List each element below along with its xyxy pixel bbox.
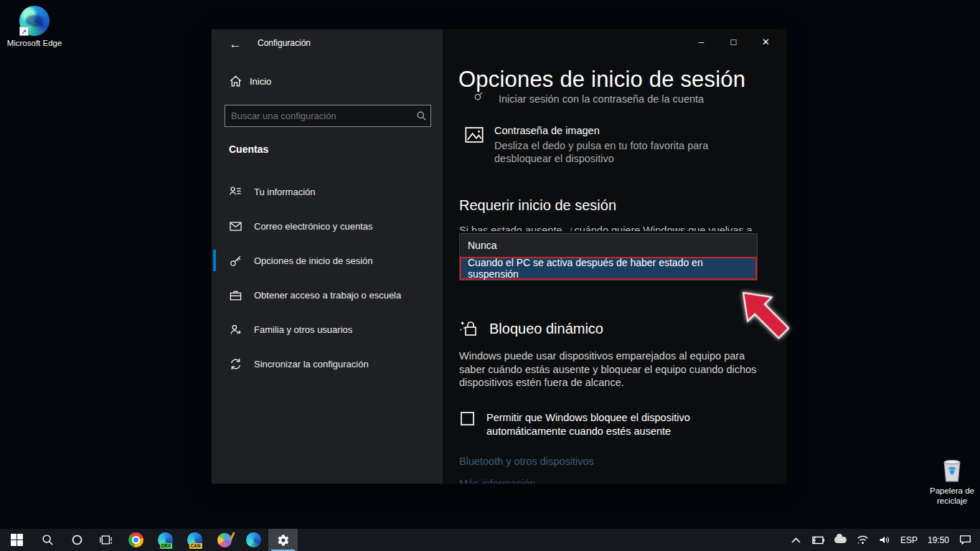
sidebar-item-label: Obtener acceso a trabajo o escuela (254, 290, 401, 301)
speaker-icon (879, 535, 890, 545)
taskbar-edge-canary[interactable]: CAN (180, 529, 209, 551)
sidebar-item-your-info[interactable]: Tu información (212, 176, 443, 207)
require-signin-heading: Requerir inicio de sesión (459, 197, 616, 214)
sidebar-item-work-school[interactable]: Obtener acceso a trabajo o escuela (212, 279, 443, 311)
page-title: Opciones de inicio de sesión (458, 67, 745, 93)
dynamic-lock-heading: Bloqueo dinámico (489, 321, 603, 337)
dropdown-option[interactable]: Nunca (460, 234, 757, 257)
password-option-row-clipped: Iniciar sesión con la contraseña de la c… (473, 93, 774, 105)
person-add-icon (229, 323, 242, 336)
mail-icon (229, 220, 242, 233)
onedrive-cloud-icon (834, 537, 847, 543)
tray-onedrive[interactable] (829, 529, 852, 551)
picture-password-desc: Desliza el dedo y pulsa en tu foto favor… (494, 139, 767, 165)
chrome-icon (128, 532, 143, 547)
tray-language[interactable]: ESP (900, 535, 918, 545)
settings-content: – □ ✕ Opciones de inicio de sesión Inici… (443, 29, 786, 484)
paint-3d-icon (217, 533, 232, 547)
person-card-icon (229, 185, 242, 199)
minimize-button[interactable]: – (685, 31, 717, 52)
sidebar-item-sync-settings[interactable]: Sincronizar la configuración (212, 348, 443, 380)
dynamic-lock-checkbox-row: Permitir que Windows bloquee el disposit… (461, 411, 760, 438)
tray-wifi[interactable] (852, 529, 874, 551)
start-button[interactable] (0, 529, 33, 551)
search-input[interactable] (225, 110, 412, 121)
dynamic-lock-icon (459, 319, 481, 338)
edge-dev-badge: DEV (160, 543, 172, 549)
shortcut-arrow-icon: ↗ (19, 27, 29, 36)
taskbar-paint3d[interactable] (209, 529, 239, 551)
battery-charging-icon (811, 536, 824, 545)
sidebar-item-home[interactable]: Inicio (229, 75, 271, 88)
password-option-label: Iniciar sesión con la contraseña de la c… (499, 93, 704, 105)
dynamic-lock-row: Bloqueo dinámico (459, 319, 603, 338)
require-signin-dropdown: Nunca Cuando el PC se activa después de … (459, 233, 758, 281)
system-tray: ESP 19:50 (786, 529, 980, 551)
dynamic-lock-checkbox-label: Permitir que Windows bloquee el disposit… (486, 411, 760, 438)
tray-chevron-button[interactable] (786, 529, 806, 551)
more-info-link[interactable]: Más información (459, 478, 535, 484)
key-icon (229, 254, 242, 268)
home-icon (229, 75, 242, 88)
desktop-shortcut-label: Microsoft Edge (4, 38, 65, 48)
edge-canary-badge: CAN (189, 543, 202, 549)
picture-icon (464, 125, 484, 145)
sidebar-item-family-users[interactable]: Familia y otros usuarios (212, 314, 443, 345)
sync-icon (229, 357, 242, 371)
home-label: Inicio (250, 76, 271, 87)
cortana-icon (71, 534, 83, 546)
sidebar-item-label: Tu información (254, 187, 316, 197)
action-center-button[interactable] (954, 529, 976, 551)
windows-logo-icon (11, 534, 23, 546)
picture-password-title: Contraseña de imagen (494, 125, 767, 136)
sidebar-item-email-accounts[interactable]: Correo electrónico y cuentas (212, 210, 443, 242)
task-view-icon (100, 534, 113, 546)
recycle-bin-icon (938, 455, 966, 484)
sidebar-section-heading: Cuentas (229, 143, 268, 155)
sidebar-item-label: Opciones de inicio de sesión (254, 255, 373, 266)
edge-icon (246, 532, 261, 547)
chevron-up-icon (791, 537, 801, 543)
desktop-shortcut-edge[interactable]: ↗ Microsoft Edge (4, 6, 65, 48)
taskbar-chrome[interactable] (121, 529, 151, 551)
task-view-button[interactable] (92, 529, 121, 551)
desktop-recycle-bin[interactable]: Papelera de reciclaje (924, 455, 980, 507)
dynamic-lock-desc: Windows puede usar dispositivos empareja… (459, 349, 766, 390)
taskbar: DEV CAN (0, 529, 980, 551)
tray-clock[interactable]: 19:50 (928, 535, 949, 545)
maximize-button[interactable]: □ (717, 31, 750, 52)
bluetooth-devices-link[interactable]: Bluetooth y otros dispositivos (459, 456, 594, 467)
tray-battery[interactable] (806, 529, 829, 551)
tray-volume[interactable] (874, 529, 895, 551)
briefcase-icon (229, 288, 242, 302)
dropdown-option[interactable]: Cuando el PC se activa después de haber … (460, 257, 757, 280)
taskbar-search-button[interactable] (33, 529, 62, 551)
cortana-button[interactable] (62, 529, 92, 551)
taskbar-settings-active[interactable] (268, 529, 298, 551)
sidebar-item-label: Familia y otros usuarios (254, 324, 352, 335)
settings-search-box[interactable] (225, 105, 431, 127)
search-icon[interactable] (412, 110, 430, 121)
key-icon (473, 93, 489, 102)
settings-sidebar: ← Configuración Inicio Cuentas (212, 29, 443, 484)
picture-password-row: Contraseña de imagen Desliza el dedo y p… (464, 125, 767, 165)
recycle-bin-label: Papelera de reciclaje (924, 486, 980, 507)
dynamic-lock-checkbox[interactable] (461, 412, 474, 425)
selected-accent-bar (213, 250, 216, 271)
sidebar-item-label: Correo electrónico y cuentas (254, 221, 372, 232)
wifi-icon (857, 535, 869, 545)
search-icon (42, 534, 54, 546)
require-signin-question-clipped: Si has estado ausente, ¿cuándo quiere Wi… (459, 225, 760, 231)
sidebar-item-signin-options[interactable]: Opciones de inicio de sesión (212, 245, 443, 276)
taskbar-edge[interactable] (239, 529, 268, 551)
sidebar-item-label: Sincronizar la configuración (254, 359, 369, 369)
settings-gear-icon (277, 534, 290, 547)
close-button[interactable]: ✕ (750, 31, 782, 52)
window-title: Configuración (258, 38, 311, 48)
taskbar-edge-dev[interactable]: DEV (151, 529, 180, 551)
back-button[interactable]: ← (225, 35, 246, 54)
action-center-icon (959, 534, 971, 545)
settings-window: ← Configuración Inicio Cuentas (211, 29, 787, 484)
